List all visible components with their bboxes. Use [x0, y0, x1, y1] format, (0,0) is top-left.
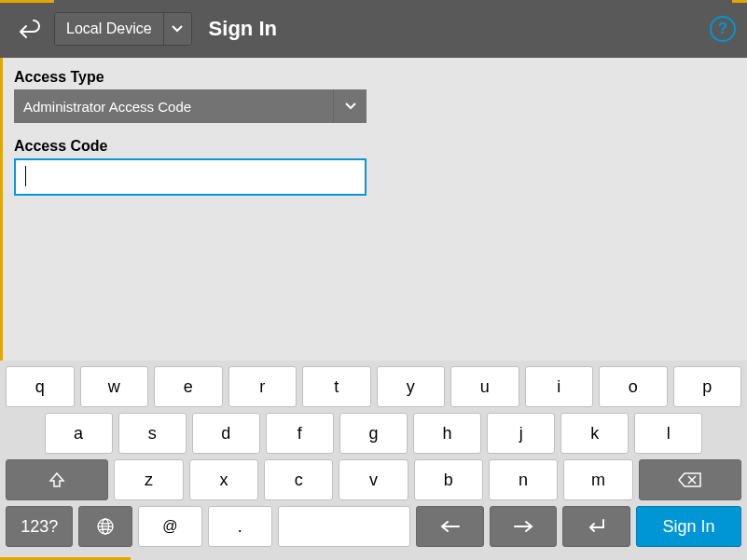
key-backspace[interactable]	[639, 459, 741, 500]
globe-icon	[96, 517, 115, 536]
access-code-label: Access Code	[14, 138, 733, 155]
main-form-area: Access Type Administrator Access Code Ac…	[0, 58, 747, 361]
key-u[interactable]: u	[450, 366, 519, 407]
key-z[interactable]: z	[114, 459, 183, 500]
on-screen-keyboard: q w e r t y u i o p a s d f g h j k l z …	[0, 361, 747, 560]
backspace-icon	[678, 471, 702, 488]
text-cursor	[25, 166, 26, 186]
help-icon: ?	[718, 20, 727, 38]
chevron-down-icon	[333, 89, 367, 123]
key-a[interactable]: a	[45, 413, 113, 454]
key-o[interactable]: o	[599, 366, 668, 407]
key-d[interactable]: d	[192, 413, 260, 454]
key-left[interactable]	[416, 506, 483, 547]
shift-icon	[48, 471, 66, 489]
access-type-label: Access Type	[14, 69, 733, 86]
access-code-input[interactable]	[14, 158, 367, 196]
page-title: Sign In	[209, 17, 277, 41]
key-m[interactable]: m	[563, 459, 632, 500]
sign-in-method-dropdown[interactable]: Local Device	[54, 12, 192, 46]
key-q[interactable]: q	[6, 366, 75, 407]
key-r[interactable]: r	[228, 366, 297, 407]
undo-icon	[15, 19, 41, 39]
keyboard-row-2: a s d f g h j k l	[6, 413, 741, 454]
key-shift[interactable]	[6, 459, 108, 500]
access-type-value: Administrator Access Code	[14, 99, 333, 115]
key-j[interactable]: j	[487, 413, 555, 454]
arrow-right-icon	[513, 520, 533, 533]
key-language[interactable]	[78, 506, 132, 547]
key-s[interactable]: s	[118, 413, 187, 454]
arrow-left-icon	[440, 520, 461, 533]
enter-icon	[587, 518, 607, 535]
key-dot[interactable]: .	[208, 506, 272, 547]
key-k[interactable]: k	[560, 413, 629, 454]
key-at[interactable]: @	[138, 506, 202, 547]
help-button[interactable]: ?	[710, 16, 736, 42]
top-bar: Local Device Sign In ?	[0, 0, 747, 58]
back-button[interactable]	[11, 12, 45, 46]
key-b[interactable]: b	[414, 459, 483, 500]
sign-in-button[interactable]: Sign In	[636, 506, 741, 547]
key-enter[interactable]	[562, 506, 629, 547]
keyboard-row-1: q w e r t y u i o p	[6, 366, 741, 407]
key-g[interactable]: g	[339, 413, 408, 454]
key-v[interactable]: v	[339, 459, 408, 500]
key-i[interactable]: i	[525, 366, 594, 407]
chevron-down-icon	[163, 13, 191, 45]
key-l[interactable]: l	[634, 413, 702, 454]
keyboard-row-4: 123? @ . Sign I	[6, 506, 741, 547]
key-x[interactable]: x	[189, 459, 258, 500]
key-p[interactable]: p	[673, 366, 742, 407]
key-space[interactable]	[278, 506, 411, 547]
key-t[interactable]: t	[302, 366, 371, 407]
sign-in-method-value: Local Device	[55, 13, 163, 45]
key-right[interactable]	[490, 506, 557, 547]
key-y[interactable]: y	[377, 366, 446, 407]
key-c[interactable]: c	[264, 459, 333, 500]
spacer	[708, 413, 741, 454]
key-f[interactable]: f	[266, 413, 334, 454]
access-type-dropdown[interactable]: Administrator Access Code	[14, 89, 367, 123]
key-mode-toggle[interactable]: 123?	[6, 506, 73, 547]
key-e[interactable]: e	[154, 366, 223, 407]
key-h[interactable]: h	[413, 413, 481, 454]
spacer	[6, 413, 39, 454]
keyboard-row-3: z x c v b n m	[6, 459, 741, 500]
key-w[interactable]: w	[80, 366, 149, 407]
key-n[interactable]: n	[489, 459, 558, 500]
